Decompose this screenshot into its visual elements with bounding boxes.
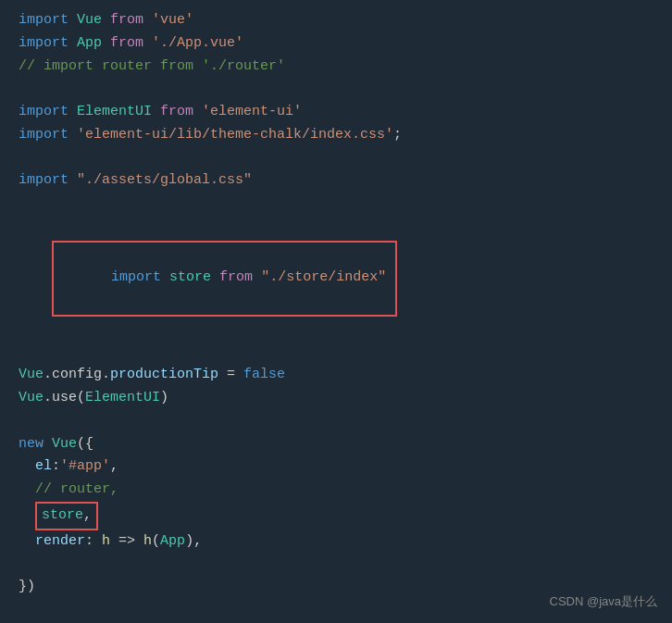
code-line-10-highlighted: import store from "./store/index" — [0, 216, 672, 342]
code-line-9 — [0, 193, 672, 216]
code-line-18-highlighted: store, — [0, 502, 672, 530]
code-editor: import Vue from 'vue' import App from '.… — [0, 0, 672, 623]
code-line-1: import Vue from 'vue' — [0, 9, 672, 32]
code-line-8: import "./assets/global.css" — [0, 169, 672, 193]
watermark: CSDN @java是什么 — [550, 592, 658, 612]
code-line-17: // router, — [0, 479, 672, 502]
code-line-4 — [0, 78, 672, 101]
code-line-7 — [0, 147, 672, 170]
code-line-14 — [0, 410, 672, 433]
code-line-13: Vue.use(ElementUI) — [0, 387, 672, 410]
code-line-6: import 'element-ui/lib/theme-chalk/index… — [0, 124, 672, 147]
code-line-16: el:'#app', — [0, 455, 672, 479]
code-line-3: // import router from './router' — [0, 56, 672, 79]
code-line-15: new Vue({ — [0, 433, 672, 456]
code-line-19: render: h => h(App), — [0, 530, 672, 554]
code-line-11 — [0, 342, 672, 365]
code-line-2: import App from './App.vue' — [0, 32, 672, 56]
code-line-12: Vue.config.productionTip = false — [0, 364, 672, 387]
code-line-5: import ElementUI from 'element-ui' — [0, 101, 672, 124]
code-line-20 — [0, 553, 672, 576]
